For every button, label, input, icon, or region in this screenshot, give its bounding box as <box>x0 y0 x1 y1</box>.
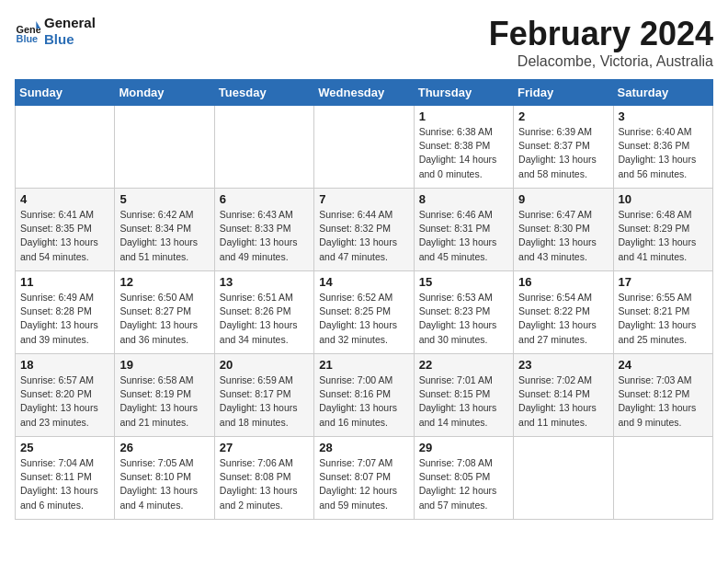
day-info: Sunrise: 7:07 AM Sunset: 8:07 PM Dayligh… <box>319 456 408 512</box>
day-info: Sunrise: 6:57 AM Sunset: 8:20 PM Dayligh… <box>20 373 109 430</box>
day-cell: 6Sunrise: 6:43 AM Sunset: 8:33 PM Daylig… <box>214 189 313 271</box>
day-number: 16 <box>518 275 608 289</box>
day-cell: 28Sunrise: 7:07 AM Sunset: 8:07 PM Dayli… <box>314 437 414 520</box>
day-cell: 8Sunrise: 6:46 AM Sunset: 8:31 PM Daylig… <box>414 189 513 271</box>
day-number: 18 <box>20 358 109 372</box>
week-row-3: 18Sunrise: 6:57 AM Sunset: 8:20 PM Dayli… <box>16 354 713 437</box>
day-info: Sunrise: 7:00 AM Sunset: 8:16 PM Dayligh… <box>319 373 408 430</box>
day-cell <box>214 106 313 189</box>
day-cell: 29Sunrise: 7:08 AM Sunset: 8:05 PM Dayli… <box>414 437 513 520</box>
day-info: Sunrise: 7:06 AM Sunset: 8:08 PM Dayligh… <box>220 456 309 512</box>
day-info: Sunrise: 6:54 AM Sunset: 8:22 PM Dayligh… <box>518 291 608 347</box>
location-title: Delacombe, Victoria, Australia <box>489 53 713 70</box>
day-info: Sunrise: 6:39 AM Sunset: 8:37 PM Dayligh… <box>518 125 608 181</box>
day-number: 24 <box>619 358 708 372</box>
day-cell: 3Sunrise: 6:40 AM Sunset: 8:36 PM Daylig… <box>613 106 712 189</box>
day-info: Sunrise: 6:59 AM Sunset: 8:17 PM Dayligh… <box>220 373 309 430</box>
weekday-header-saturday: Saturday <box>613 80 712 106</box>
day-number: 14 <box>319 275 408 289</box>
logo-icon: General Blue <box>15 18 40 44</box>
day-info: Sunrise: 6:41 AM Sunset: 8:35 PM Dayligh… <box>20 208 109 264</box>
day-cell: 24Sunrise: 7:03 AM Sunset: 8:12 PM Dayli… <box>613 354 712 437</box>
day-number: 3 <box>619 109 708 123</box>
header: General Blue General Blue February 2024 … <box>15 15 713 70</box>
day-info: Sunrise: 6:55 AM Sunset: 8:21 PM Dayligh… <box>619 291 708 347</box>
logo-line2: Blue <box>44 31 96 48</box>
day-cell: 18Sunrise: 6:57 AM Sunset: 8:20 PM Dayli… <box>16 354 115 437</box>
day-info: Sunrise: 7:01 AM Sunset: 8:15 PM Dayligh… <box>419 373 508 430</box>
day-cell: 14Sunrise: 6:52 AM Sunset: 8:25 PM Dayli… <box>314 271 414 354</box>
week-row-4: 25Sunrise: 7:04 AM Sunset: 8:11 PM Dayli… <box>16 437 713 520</box>
week-row-1: 4Sunrise: 6:41 AM Sunset: 8:35 PM Daylig… <box>16 189 713 271</box>
day-cell <box>314 106 414 189</box>
day-cell: 26Sunrise: 7:05 AM Sunset: 8:10 PM Dayli… <box>115 437 214 520</box>
day-cell: 5Sunrise: 6:42 AM Sunset: 8:34 PM Daylig… <box>115 189 214 271</box>
day-info: Sunrise: 6:52 AM Sunset: 8:25 PM Dayligh… <box>319 291 408 347</box>
day-info: Sunrise: 6:40 AM Sunset: 8:36 PM Dayligh… <box>619 125 708 181</box>
weekday-header-wednesday: Wednesday <box>314 80 414 106</box>
day-info: Sunrise: 6:53 AM Sunset: 8:23 PM Dayligh… <box>419 291 508 347</box>
calendar-table: SundayMondayTuesdayWednesdayThursdayFrid… <box>15 79 713 520</box>
day-number: 17 <box>619 275 708 289</box>
day-info: Sunrise: 7:04 AM Sunset: 8:11 PM Dayligh… <box>20 456 109 512</box>
day-cell: 17Sunrise: 6:55 AM Sunset: 8:21 PM Dayli… <box>613 271 712 354</box>
day-info: Sunrise: 6:42 AM Sunset: 8:34 PM Dayligh… <box>119 208 209 264</box>
weekday-header-tuesday: Tuesday <box>214 80 313 106</box>
day-number: 5 <box>119 192 209 206</box>
day-info: Sunrise: 6:49 AM Sunset: 8:28 PM Dayligh… <box>20 291 109 347</box>
day-info: Sunrise: 6:58 AM Sunset: 8:19 PM Dayligh… <box>119 373 209 430</box>
weekday-header-thursday: Thursday <box>414 80 513 106</box>
day-info: Sunrise: 6:46 AM Sunset: 8:31 PM Dayligh… <box>419 208 508 264</box>
day-number: 15 <box>419 275 508 289</box>
day-cell <box>514 437 613 520</box>
day-number: 20 <box>220 358 309 372</box>
day-number: 26 <box>119 441 209 454</box>
weekday-header-monday: Monday <box>115 80 214 106</box>
day-cell: 22Sunrise: 7:01 AM Sunset: 8:15 PM Dayli… <box>414 354 513 437</box>
day-number: 27 <box>220 441 309 454</box>
day-cell: 7Sunrise: 6:44 AM Sunset: 8:32 PM Daylig… <box>314 189 414 271</box>
day-info: Sunrise: 7:02 AM Sunset: 8:14 PM Dayligh… <box>518 373 608 430</box>
day-cell: 1Sunrise: 6:38 AM Sunset: 8:38 PM Daylig… <box>414 106 513 189</box>
day-info: Sunrise: 7:08 AM Sunset: 8:05 PM Dayligh… <box>419 456 508 512</box>
svg-text:Blue: Blue <box>17 33 39 44</box>
day-info: Sunrise: 7:05 AM Sunset: 8:10 PM Dayligh… <box>119 456 209 512</box>
logo-line1: General <box>44 15 96 31</box>
day-cell: 19Sunrise: 6:58 AM Sunset: 8:19 PM Dayli… <box>115 354 214 437</box>
day-cell: 16Sunrise: 6:54 AM Sunset: 8:22 PM Dayli… <box>514 271 613 354</box>
day-info: Sunrise: 6:47 AM Sunset: 8:30 PM Dayligh… <box>518 208 608 264</box>
day-info: Sunrise: 6:38 AM Sunset: 8:38 PM Dayligh… <box>419 125 508 181</box>
weekday-header-sunday: Sunday <box>16 80 115 106</box>
title-area: February 2024 Delacombe, Victoria, Austr… <box>489 15 713 70</box>
day-cell: 2Sunrise: 6:39 AM Sunset: 8:37 PM Daylig… <box>514 106 613 189</box>
day-number: 12 <box>119 275 209 289</box>
day-cell: 13Sunrise: 6:51 AM Sunset: 8:26 PM Dayli… <box>214 271 313 354</box>
day-cell: 25Sunrise: 7:04 AM Sunset: 8:11 PM Dayli… <box>16 437 115 520</box>
day-info: Sunrise: 6:43 AM Sunset: 8:33 PM Dayligh… <box>220 208 309 264</box>
day-number: 13 <box>220 275 309 289</box>
week-row-2: 11Sunrise: 6:49 AM Sunset: 8:28 PM Dayli… <box>16 271 713 354</box>
day-info: Sunrise: 6:44 AM Sunset: 8:32 PM Dayligh… <box>319 208 408 264</box>
day-cell: 10Sunrise: 6:48 AM Sunset: 8:29 PM Dayli… <box>613 189 712 271</box>
day-number: 9 <box>518 192 608 206</box>
day-number: 8 <box>419 192 508 206</box>
day-info: Sunrise: 6:50 AM Sunset: 8:27 PM Dayligh… <box>119 291 209 347</box>
day-number: 28 <box>319 441 408 454</box>
day-number: 23 <box>518 358 608 372</box>
weekday-header-row: SundayMondayTuesdayWednesdayThursdayFrid… <box>16 80 713 106</box>
day-cell: 27Sunrise: 7:06 AM Sunset: 8:08 PM Dayli… <box>214 437 313 520</box>
day-cell: 11Sunrise: 6:49 AM Sunset: 8:28 PM Dayli… <box>16 271 115 354</box>
day-cell: 15Sunrise: 6:53 AM Sunset: 8:23 PM Dayli… <box>414 271 513 354</box>
day-number: 22 <box>419 358 508 372</box>
day-cell: 21Sunrise: 7:00 AM Sunset: 8:16 PM Dayli… <box>314 354 414 437</box>
day-cell: 12Sunrise: 6:50 AM Sunset: 8:27 PM Dayli… <box>115 271 214 354</box>
day-number: 4 <box>20 192 109 206</box>
day-number: 10 <box>619 192 708 206</box>
day-cell: 4Sunrise: 6:41 AM Sunset: 8:35 PM Daylig… <box>16 189 115 271</box>
day-cell <box>613 437 712 520</box>
day-number: 1 <box>419 109 508 123</box>
day-info: Sunrise: 7:03 AM Sunset: 8:12 PM Dayligh… <box>619 373 708 430</box>
day-info: Sunrise: 6:51 AM Sunset: 8:26 PM Dayligh… <box>220 291 309 347</box>
day-number: 11 <box>20 275 109 289</box>
weekday-header-friday: Friday <box>514 80 613 106</box>
